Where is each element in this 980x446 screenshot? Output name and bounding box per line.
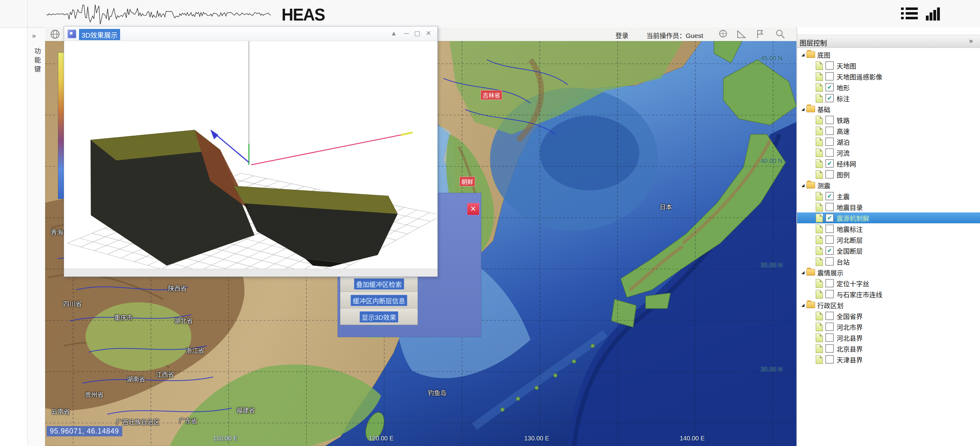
layer-item-2-1[interactable]: 地震目录 <box>797 202 980 213</box>
layer-item-2-0[interactable]: ✔主震 <box>797 190 980 202</box>
layer-checkbox[interactable] <box>826 203 834 211</box>
close-icon[interactable]: ✕ <box>467 203 480 216</box>
layer-group-1[interactable]: ◢基础 <box>797 103 980 114</box>
layer-item-1-3[interactable]: 河流 <box>797 147 980 158</box>
layer-checkbox[interactable] <box>826 279 834 287</box>
layer-item-1-0[interactable]: 铁路 <box>797 114 980 125</box>
layer-item-label: 天地图遥感影像 <box>837 72 882 81</box>
place-label-6: 四川省 <box>63 299 82 308</box>
place-label-13: 云南省 <box>51 407 70 416</box>
layer-checkbox[interactable] <box>826 333 834 342</box>
layer-item-1-2[interactable]: 湖泊 <box>797 136 980 147</box>
layer-item-0-1[interactable]: 天地图遥感影像 <box>797 71 980 82</box>
layer-group-4[interactable]: ◢行政区划 <box>797 300 980 310</box>
layer-group-3[interactable]: ◢震情展示 <box>797 267 980 278</box>
longitude-label-3: 140.00 E <box>680 435 705 442</box>
layer-item-4-1[interactable]: 河北市界 <box>797 321 980 332</box>
layer-item-4-3[interactable]: 北京县界 <box>797 343 980 354</box>
layer-item-label: 震源机制解 <box>837 213 869 223</box>
layer-checkbox[interactable] <box>826 235 834 244</box>
layer-doc-icon <box>816 72 823 81</box>
layer-panel-title: 图层控制 <box>800 37 827 47</box>
layer-checkbox[interactable]: ✔ <box>826 159 834 168</box>
layer-checkbox[interactable] <box>826 290 834 298</box>
3d-effect-dialog[interactable]: 3D效果展示 ▲ ─ ▢ ✕ <box>64 26 438 277</box>
expand-left-panel-button[interactable]: » <box>32 32 36 40</box>
layer-group-label: 测震 <box>817 181 830 190</box>
list-icon[interactable] <box>901 7 918 21</box>
minimize-icon[interactable]: ─ <box>404 30 409 37</box>
layer-checkbox[interactable]: ✔ <box>826 192 834 200</box>
globe-tool-icon[interactable] <box>718 29 729 40</box>
layer-checkbox[interactable] <box>826 72 834 81</box>
flag-icon[interactable] <box>755 29 766 40</box>
layer-item-2-2[interactable]: ✔震源机制解 <box>797 213 980 223</box>
layer-item-0-0[interactable]: 天地图 <box>797 60 980 71</box>
layer-checkbox[interactable]: ✔ <box>826 246 834 255</box>
measure-icon[interactable] <box>736 29 747 40</box>
layer-panel-header[interactable]: 图层控制 » <box>797 35 980 48</box>
tree-expand-icon[interactable]: ◢ <box>802 303 805 307</box>
magnifier-icon[interactable] <box>775 29 786 40</box>
layer-item-0-3[interactable]: ✔标注 <box>797 93 980 103</box>
tree-expand-icon[interactable]: ◢ <box>802 183 805 187</box>
app-header: HEAS <box>0 0 980 28</box>
bar-chart-icon[interactable] <box>926 7 943 21</box>
layer-checkbox[interactable] <box>826 127 834 135</box>
globe-icon[interactable] <box>49 29 60 40</box>
layer-item-2-5[interactable]: ✔全国断层 <box>797 245 980 256</box>
layer-checkbox[interactable] <box>826 170 834 179</box>
layer-item-label: 标注 <box>837 94 850 103</box>
layer-doc-icon <box>816 290 823 298</box>
layer-checkbox[interactable] <box>826 257 834 266</box>
dialog-titlebar[interactable]: 3D效果展示 ▲ ─ ▢ ✕ <box>64 27 438 41</box>
layer-item-label: 铁路 <box>837 115 850 125</box>
buffer-fault-info-button[interactable]: 缓冲区内断层信息 <box>340 292 417 308</box>
layer-checkbox[interactable] <box>826 116 834 124</box>
layer-item-1-1[interactable]: 高速 <box>797 125 980 136</box>
layer-checkbox[interactable] <box>826 225 834 233</box>
left-panel-vertical-label[interactable]: 功能键 <box>32 48 42 75</box>
layer-group-2[interactable]: ◢测震 <box>797 180 980 190</box>
login-link[interactable]: 登录 <box>616 30 628 40</box>
maximize-icon[interactable]: ▢ <box>414 30 420 37</box>
layer-item-4-4[interactable]: 天津县界 <box>797 354 980 365</box>
collapse-sidebar-button[interactable]: » <box>969 37 973 45</box>
layer-item-1-5[interactable]: 图例 <box>797 169 980 180</box>
layer-item-label: 全国断层 <box>837 246 863 256</box>
place-label-17: 钓鱼岛 <box>428 388 447 397</box>
collapse-icon[interactable]: ▲ <box>390 30 397 37</box>
layer-checkbox[interactable]: ✔ <box>826 214 834 222</box>
layer-checkbox[interactable] <box>826 148 834 157</box>
layer-item-3-0[interactable]: 定位十字丝 <box>797 278 980 289</box>
layer-checkbox[interactable] <box>826 61 834 70</box>
layer-item-2-6[interactable]: 台站 <box>797 256 980 267</box>
layer-group-0[interactable]: ◢底图 <box>797 49 980 60</box>
latitude-label-3: 30.00 N <box>760 366 783 373</box>
layer-checkbox[interactable] <box>826 355 834 363</box>
overlay-buffer-search-button[interactable]: 叠加缓冲区检索 <box>340 276 417 292</box>
layer-checkbox[interactable] <box>826 312 834 320</box>
layer-item-3-1[interactable]: 与石家庄市连线 <box>797 289 980 300</box>
layer-item-4-0[interactable]: 全国省界 <box>797 310 980 321</box>
layer-item-0-2[interactable]: ✔地形 <box>797 82 980 93</box>
place-label-14: 广西壮族自治区 <box>116 417 160 426</box>
show-3d-button[interactable]: 显示3D效果 <box>340 308 417 325</box>
layer-item-2-4[interactable]: 河北断层 <box>797 234 980 245</box>
layer-item-2-3[interactable]: 地震标注 <box>797 223 980 234</box>
tree-expand-icon[interactable]: ◢ <box>802 270 805 275</box>
layer-item-label: 河流 <box>837 148 850 157</box>
layer-checkbox[interactable] <box>826 344 834 353</box>
layer-checkbox[interactable] <box>826 138 834 146</box>
3d-fault-scene[interactable] <box>64 41 437 269</box>
layer-item-1-4[interactable]: ✔经纬网 <box>797 158 980 169</box>
layer-checkbox[interactable]: ✔ <box>826 83 834 91</box>
layer-item-4-2[interactable]: 河北县界 <box>797 332 980 343</box>
layer-doc-icon <box>816 116 823 124</box>
buffer-tools-buttons: 叠加缓冲区检索缓冲区内断层信息显示3D效果 <box>340 275 418 325</box>
tree-expand-icon[interactable]: ◢ <box>802 52 805 57</box>
layer-checkbox[interactable]: ✔ <box>826 94 834 102</box>
layer-checkbox[interactable] <box>826 322 834 331</box>
close-icon[interactable]: ✕ <box>426 30 431 37</box>
tree-expand-icon[interactable]: ◢ <box>802 107 805 111</box>
